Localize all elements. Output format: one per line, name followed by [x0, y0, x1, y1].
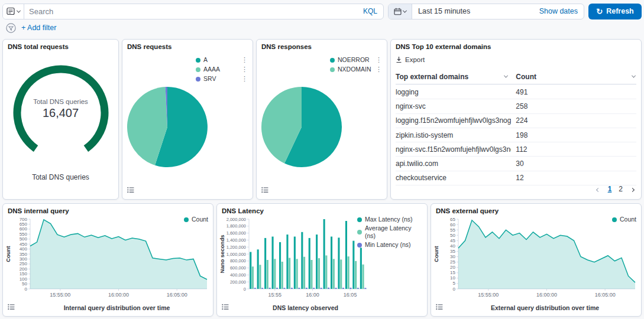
legend-item-A[interactable]: A⋮	[196, 56, 248, 64]
bar-Average Latency (ns)[interactable]	[355, 261, 357, 289]
y-tick-label: 550	[20, 232, 28, 237]
bar-Average Latency (ns)[interactable]	[333, 259, 335, 289]
saved-query-menu-button[interactable]	[3, 4, 24, 19]
bar-Min Latency (ns)[interactable]	[321, 288, 322, 289]
list-icon	[222, 304, 229, 310]
table-row[interactable]: api.twilio.com30	[396, 157, 636, 171]
bar-Average Latency (ns)[interactable]	[325, 255, 327, 289]
pie-legend: A⋮AAAA⋮SRV⋮	[196, 56, 248, 83]
legend-item-NXDOMAIN[interactable]: NXDOMAIN⋮	[330, 66, 382, 73]
table-row[interactable]: logging491	[396, 85, 636, 99]
list-icon	[436, 304, 443, 310]
bar-Max Latency (ns)[interactable]	[250, 252, 251, 289]
table-row[interactable]: nginx-svc258	[396, 99, 636, 113]
y-tick-label: 25	[450, 259, 455, 265]
page-button-2[interactable]: 2	[619, 185, 623, 193]
bar-Max Latency (ns)[interactable]	[352, 241, 354, 289]
bar-Min Latency (ns)[interactable]	[349, 288, 351, 289]
bar-Average Latency (ns)[interactable]	[296, 259, 298, 289]
bar-Min Latency (ns)[interactable]	[364, 288, 366, 289]
time-range-value[interactable]: Last 15 minutes	[412, 7, 539, 15]
x-tick-label: 16:05:00	[167, 292, 187, 298]
export-label: Export	[405, 56, 425, 63]
filter-icon[interactable]	[6, 23, 16, 33]
legend-actions-icon[interactable]: ⋮	[241, 56, 248, 64]
cell-domain: nginx-svc.f15n2womfujehfjlwv0lgs3no...	[396, 145, 511, 154]
bar-Min Latency (ns)[interactable]	[306, 288, 308, 289]
bar-Average Latency (ns)[interactable]	[340, 259, 342, 289]
bar-Max Latency (ns)[interactable]	[345, 221, 347, 289]
bar-Min Latency (ns)[interactable]	[328, 288, 329, 289]
bar-Min Latency (ns)[interactable]	[276, 288, 278, 289]
y-tick-label: 50	[450, 233, 455, 238]
add-filter-link[interactable]: + Add filter	[21, 24, 56, 32]
bar-Average Latency (ns)[interactable]	[310, 260, 312, 289]
panel-dns-responses: DNS responses NOERROR⋮NXDOMAIN⋮	[256, 39, 387, 200]
legend-color-dot	[330, 67, 335, 72]
kql-syntax-button[interactable]: KQL	[357, 7, 383, 15]
legend-item-NOERROR[interactable]: NOERROR⋮	[330, 56, 382, 64]
cell-domain: checkoutservice	[396, 174, 511, 182]
bar-Min Latency (ns)[interactable]	[313, 288, 315, 289]
bar-Max Latency (ns)[interactable]	[286, 235, 288, 289]
column-header-domains[interactable]: Top external domains	[396, 73, 511, 81]
bar-Max Latency (ns)[interactable]	[301, 232, 303, 289]
bar-Average Latency (ns)[interactable]	[289, 258, 290, 289]
bar-Max Latency (ns)[interactable]	[331, 237, 332, 289]
legend-actions-icon[interactable]: ⋮	[241, 66, 248, 73]
bar-Average Latency (ns)[interactable]	[318, 258, 320, 289]
export-button[interactable]: Export	[396, 56, 425, 63]
panel-legend-toggle-button[interactable]	[260, 185, 270, 196]
bar-Min Latency (ns)[interactable]	[291, 288, 293, 289]
bar-Max Latency (ns)[interactable]	[316, 235, 318, 289]
bar-Average Latency (ns)[interactable]	[363, 265, 364, 289]
bar-Max Latency (ns)[interactable]	[294, 237, 296, 289]
bar-Max Latency (ns)[interactable]	[323, 219, 325, 289]
bar-Average Latency (ns)[interactable]	[303, 257, 305, 289]
legend-actions-icon[interactable]: ⋮	[376, 56, 382, 64]
refresh-button[interactable]: ↻ Refresh	[588, 4, 642, 19]
table-row[interactable]: logging.f15n2womfujehfjlwv0lgs3nog....22…	[396, 114, 636, 128]
bar-Average Latency (ns)[interactable]	[252, 266, 254, 289]
column-header-count[interactable]: Count	[511, 73, 636, 81]
legend-actions-icon[interactable]: ⋮	[241, 75, 248, 83]
y-tick-label: 2,000,000	[226, 217, 246, 222]
bar-Min Latency (ns)[interactable]	[335, 288, 337, 289]
table-row[interactable]: nginx-svc.f15n2womfujehfjlwv0lgs3no...11…	[396, 142, 636, 157]
bar-Max Latency (ns)[interactable]	[309, 238, 310, 289]
bar-Min Latency (ns)[interactable]	[261, 288, 263, 289]
page-button-1[interactable]: 1	[608, 185, 612, 193]
panel-legend-toggle-button[interactable]	[7, 302, 16, 313]
bar-Min Latency (ns)[interactable]	[283, 288, 285, 289]
panel-legend-toggle-button[interactable]	[126, 185, 135, 196]
bar-Average Latency (ns)[interactable]	[259, 265, 261, 289]
panel-legend-toggle-button[interactable]	[435, 302, 444, 313]
search-bar: KQL	[2, 4, 384, 19]
x-tick-label: 16:00:00	[108, 292, 129, 298]
bar-Average Latency (ns)[interactable]	[348, 256, 349, 289]
bar-Max Latency (ns)[interactable]	[264, 238, 266, 289]
bar-Average Latency (ns)[interactable]	[267, 260, 268, 289]
bar-Min Latency (ns)[interactable]	[254, 288, 256, 289]
search-input[interactable]	[24, 4, 357, 19]
show-dates-link[interactable]: Show dates	[539, 7, 584, 15]
bar-Average Latency (ns)[interactable]	[274, 259, 276, 289]
bar-Min Latency (ns)[interactable]	[357, 288, 359, 289]
bar-Min Latency (ns)[interactable]	[269, 288, 271, 289]
legend-item-AAAA[interactable]: AAAA⋮	[196, 66, 248, 73]
bar-Average Latency (ns)[interactable]	[281, 262, 283, 289]
legend-actions-icon[interactable]: ⋮	[376, 66, 382, 73]
table-row[interactable]: zipkin.istio-system198	[396, 128, 636, 142]
panel-legend-toggle-button[interactable]	[221, 302, 230, 313]
bar-Min Latency (ns)[interactable]	[298, 288, 300, 289]
calendar-dropdown-button[interactable]	[389, 4, 412, 19]
bar-Max Latency (ns)[interactable]	[360, 248, 362, 289]
bar-Min Latency (ns)[interactable]	[342, 288, 344, 289]
bar-Max Latency (ns)[interactable]	[279, 242, 281, 289]
prev-page-button[interactable]	[596, 183, 601, 194]
bar-Max Latency (ns)[interactable]	[272, 237, 274, 289]
bar-Max Latency (ns)[interactable]	[338, 237, 339, 289]
bar-Max Latency (ns)[interactable]	[257, 249, 259, 289]
next-page-button[interactable]	[630, 183, 635, 194]
y-tick-label: 1,800,000	[226, 223, 246, 229]
